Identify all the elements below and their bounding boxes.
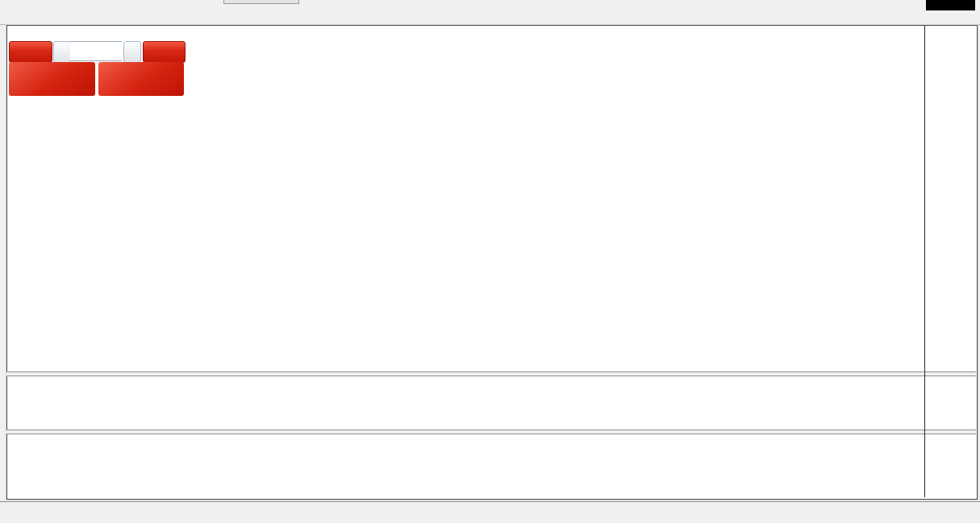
sell-button[interactable] xyxy=(9,41,52,63)
chart-tab-bar xyxy=(0,501,980,523)
macd-chart-canvas[interactable] xyxy=(6,433,925,481)
buy-button[interactable] xyxy=(143,41,186,63)
volume-input[interactable] xyxy=(70,41,122,61)
volume-increase-icon[interactable] xyxy=(123,41,141,63)
current-price-tag xyxy=(926,0,975,10)
ask-price-box[interactable] xyxy=(98,62,184,96)
toolbar-fragment xyxy=(223,0,299,4)
bid-price-box[interactable] xyxy=(9,62,95,96)
timeframe-toolbar xyxy=(0,0,980,25)
panel-separator-macd[interactable] xyxy=(6,430,976,434)
app-background xyxy=(0,0,980,523)
panel-separator-rsi[interactable] xyxy=(6,371,976,376)
volume-decrease-icon[interactable] xyxy=(53,41,71,63)
axis-divider xyxy=(924,26,925,497)
rsi-chart-canvas[interactable] xyxy=(6,375,925,430)
